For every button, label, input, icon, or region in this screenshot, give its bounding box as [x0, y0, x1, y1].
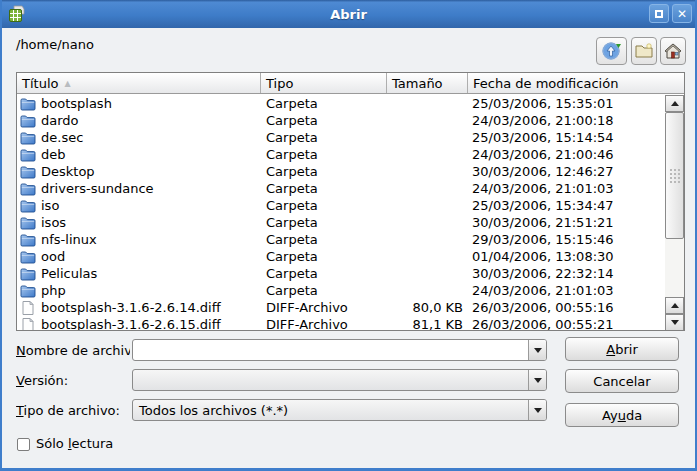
version-dropdown-button[interactable] [528, 370, 546, 390]
close-button[interactable]: ✕ [672, 4, 692, 23]
table-row[interactable]: DesktopCarpeta30/03/2006, 12:46:27 [17, 163, 665, 180]
file-date: 30/03/2006, 21:51:21 [468, 215, 665, 230]
table-header: Título▲TipoTamañoFecha de modificación [17, 73, 684, 94]
file-name: dardo [41, 113, 79, 128]
file-date: 25/03/2006, 15:14:54 [468, 130, 665, 145]
table-row[interactable]: bootsplash-3.1.6-2.6.15.diffDIFF-Archivo… [17, 316, 665, 331]
file-type: Carpeta [261, 130, 387, 145]
vertical-scrollbar[interactable] [665, 95, 684, 331]
file-name: isos [41, 215, 66, 230]
file-name-cell[interactable]: iso [17, 198, 261, 214]
table-row[interactable]: isoCarpeta25/03/2006, 15:34:47 [17, 197, 665, 214]
file-date: 29/03/2006, 15:15:46 [468, 232, 665, 247]
file-name: nfs-linux [41, 232, 97, 247]
file-type: Carpeta [261, 181, 387, 196]
current-path: /home/nano [16, 37, 94, 52]
folder-icon [20, 283, 36, 299]
file-date: 01/04/2006, 13:08:30 [468, 249, 665, 264]
file-name: bootsplash-3.1.6-2.6.15.diff [41, 317, 221, 331]
filename-combo[interactable] [132, 339, 547, 361]
file-date: 24/03/2006, 21:01:03 [468, 181, 665, 196]
file-name-cell[interactable]: ood [17, 249, 261, 265]
file-type: Carpeta [261, 283, 387, 298]
filetype-combo[interactable]: Todos los archivos (*.*) [132, 399, 547, 421]
file-name-cell[interactable]: bootsplash-3.1.6-2.6.15.diff [17, 317, 261, 332]
file-name-cell[interactable]: Desktop [17, 164, 261, 180]
file-size: 81,1 KB [387, 317, 468, 331]
file-name-cell[interactable]: bootsplash-3.1.6-2.6.14.diff [17, 300, 261, 316]
parent-folder-button[interactable] [596, 37, 627, 65]
read-only-checkbox[interactable] [17, 438, 30, 451]
file-name-cell[interactable]: bootsplash [17, 96, 261, 112]
column-header-0[interactable]: Título▲ [17, 73, 261, 93]
filetype-label: Tipo de archivo: [16, 403, 130, 421]
scroll-up-button-bottom[interactable] [665, 297, 684, 314]
table-row[interactable]: oodCarpeta01/04/2006, 13:08:30 [17, 248, 665, 265]
file-name-cell[interactable]: nfs-linux [17, 232, 261, 248]
folder-icon [20, 147, 36, 163]
file-name: php [41, 283, 66, 298]
folder-icon [20, 130, 36, 146]
file-name-cell[interactable]: php [17, 283, 261, 299]
table-row[interactable]: PeliculasCarpeta30/03/2006, 22:32:14 [17, 265, 665, 282]
file-date: 30/03/2006, 22:32:14 [468, 266, 665, 281]
scrollbar-thumb[interactable] [665, 112, 684, 239]
table-row[interactable]: isosCarpeta30/03/2006, 21:51:21 [17, 214, 665, 231]
file-name: ood [41, 249, 65, 264]
file-date: 30/03/2006, 12:46:27 [468, 164, 665, 179]
new-folder-button[interactable] [631, 37, 657, 65]
table-row[interactable]: phpCarpeta24/03/2006, 21:01:03 [17, 282, 665, 299]
column-header-2[interactable]: Tamaño [387, 73, 468, 93]
home-icon [663, 42, 683, 61]
file-name: iso [41, 198, 59, 213]
home-button[interactable] [660, 37, 686, 65]
spreadsheet-app-icon [8, 5, 26, 23]
maximize-button[interactable] [649, 4, 669, 23]
scroll-up-icon [671, 303, 679, 308]
file-date: 26/03/2006, 00:55:16 [468, 300, 665, 315]
scroll-up-button[interactable] [665, 95, 684, 112]
titlebar[interactable]: Abrir ✕ [0, 0, 697, 28]
table-row[interactable]: drivers-sundanceCarpeta24/03/2006, 21:01… [17, 180, 665, 197]
open-button[interactable]: Abrir [565, 337, 679, 361]
version-label: Versión: [16, 373, 130, 391]
table-row[interactable]: nfs-linuxCarpeta29/03/2006, 15:15:46 [17, 231, 665, 248]
table-row[interactable]: dardoCarpeta24/03/2006, 21:00:18 [17, 112, 665, 129]
filetype-value: Todos los archivos (*.*) [133, 400, 528, 420]
help-button[interactable]: Ayuda [565, 403, 679, 427]
scroll-down-button[interactable] [665, 314, 684, 331]
table-row[interactable]: bootsplashCarpeta25/03/2006, 15:35:01 [17, 95, 665, 112]
file-date: 25/03/2006, 15:35:01 [468, 96, 665, 111]
folder-icon [20, 198, 36, 214]
file-name-cell[interactable]: de.sec [17, 130, 261, 146]
filename-dropdown-button[interactable] [528, 340, 546, 360]
file-name-cell[interactable]: drivers-sundance [17, 181, 261, 197]
file-name-cell[interactable]: isos [17, 215, 261, 231]
filetype-dropdown-button[interactable] [528, 400, 546, 420]
chevron-down-icon [534, 408, 542, 413]
file-name-cell[interactable]: Peliculas [17, 266, 261, 282]
version-value [133, 370, 528, 390]
filename-value[interactable] [133, 340, 528, 360]
new-folder-icon [634, 42, 654, 60]
column-header-3[interactable]: Fecha de modificación [468, 73, 684, 93]
cancel-button[interactable]: Cancelar [565, 369, 679, 393]
file-name-cell[interactable]: dardo [17, 113, 261, 129]
file-type: DIFF-Archivo [261, 317, 387, 331]
version-combo[interactable] [132, 369, 547, 391]
table-row[interactable]: debCarpeta24/03/2006, 21:00:46 [17, 146, 665, 163]
folder-icon [20, 232, 36, 248]
folder-icon [20, 113, 36, 129]
file-icon [20, 300, 36, 316]
file-size: 80,0 KB [387, 300, 468, 315]
folder-icon [20, 96, 36, 112]
column-header-1[interactable]: Tipo [261, 73, 387, 93]
file-name-cell[interactable]: deb [17, 147, 261, 163]
folder-icon [20, 181, 36, 197]
table-row[interactable]: de.secCarpeta25/03/2006, 15:14:54 [17, 129, 665, 146]
scroll-up-icon [671, 101, 679, 106]
folder-icon [20, 266, 36, 282]
table-row[interactable]: bootsplash-3.1.6-2.6.14.diffDIFF-Archivo… [17, 299, 665, 316]
file-name: drivers-sundance [41, 181, 154, 196]
file-name: Peliculas [41, 266, 97, 281]
